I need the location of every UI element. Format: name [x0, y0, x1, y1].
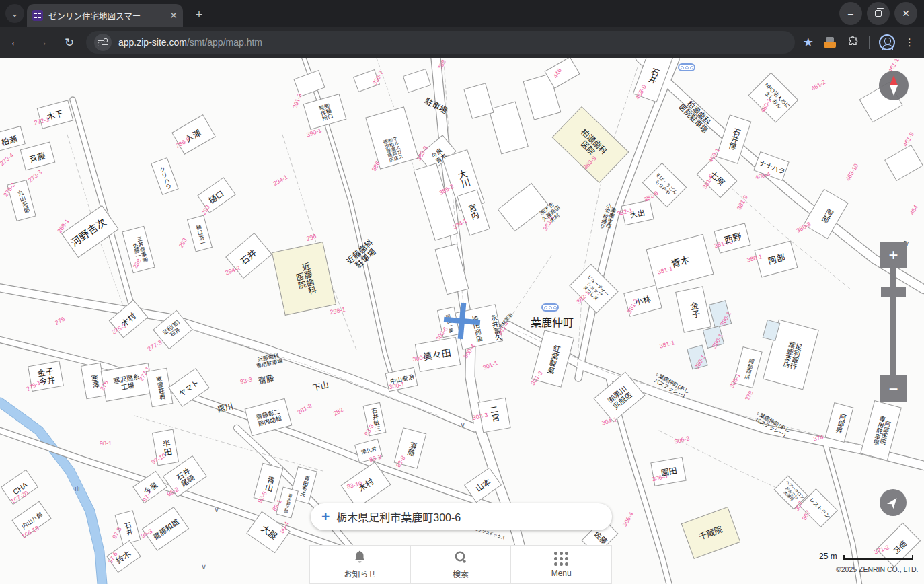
browser-toolbar: ← → ↻ app.zip-site.com/smt/app/map.htm ★… [0, 27, 924, 58]
profile-avatar-icon[interactable] [879, 34, 895, 50]
traffic-signal-icon [678, 63, 695, 71]
new-tab-button[interactable]: + [190, 5, 208, 24]
compass-button[interactable] [879, 71, 909, 100]
map-place-label: 金子 今井 [37, 367, 56, 388]
search-button[interactable]: 検索 [410, 546, 511, 583]
plus-icon: + [321, 509, 330, 525]
zenrin-favicon [32, 10, 43, 21]
compass-needle-south [890, 85, 898, 96]
address-search-value: 栃木県足利市葉鹿町300-6 [336, 509, 461, 525]
extension-robot-icon[interactable] [823, 36, 837, 48]
window-minimize-button[interactable]: – [839, 2, 862, 25]
url-host: app.zip-site.com [118, 37, 187, 48]
notifications-label: お知らせ [344, 568, 376, 579]
map-place-label: 葉鹿仲町 [531, 317, 574, 329]
address-search-box[interactable]: + 栃木県足利市葉鹿町300-6 [311, 503, 612, 530]
search-icon [453, 550, 469, 566]
compass-needle-north [890, 75, 898, 85]
bottom-toolbar: お知らせ 検索 Menu [309, 545, 612, 584]
grid-icon [554, 552, 569, 567]
forward-button[interactable]: → [31, 31, 54, 54]
menu-button[interactable]: Menu [510, 546, 611, 583]
search-label: 検索 [453, 568, 469, 579]
scale-label: 25 m [819, 552, 837, 561]
tab-title: ゼンリン住宅地図スマー [48, 9, 165, 22]
traffic-signal-icon [541, 303, 559, 312]
map-scale: 25 m [819, 552, 837, 561]
reload-button[interactable]: ↻ [58, 31, 81, 54]
bookmark-star-icon[interactable]: ★ [803, 35, 814, 50]
map-place-label: 寒澤 [89, 374, 99, 389]
zoom-control: + − [880, 242, 907, 402]
browser-menu-icon[interactable]: ⋮ [904, 36, 915, 48]
window-close-button[interactable]: ✕ [894, 2, 917, 25]
copyright-text: ©2025 ZENRIN CO., LTD. [836, 565, 919, 573]
window-restore-button[interactable] [867, 2, 890, 25]
site-info-icon[interactable] [94, 34, 112, 51]
map-place-label: ∨ [460, 421, 465, 429]
navigation-arrow-icon [886, 496, 900, 509]
current-location-button[interactable] [880, 489, 907, 516]
address-bar[interactable]: app.zip-site.com/smt/app/map.htm [86, 31, 795, 54]
zoom-out-button[interactable]: − [880, 375, 907, 402]
tab-close-icon[interactable]: ✕ [169, 10, 178, 21]
map-place-label: ılı [75, 485, 80, 492]
map-canvas[interactable]: 木下柏瀬斉藤丸山吾郎河野吉次入澤クリハラ樋口樋口浩一三井商事㈱ 佐藤一石井近藤歯… [0, 0, 924, 584]
bell-icon [352, 550, 368, 566]
zoom-in-button[interactable]: + [880, 242, 907, 268]
map-place-label: ∨ [214, 505, 219, 513]
active-tab[interactable]: ゼンリン住宅地図スマー ✕ [27, 4, 183, 27]
scale-bar [843, 555, 913, 560]
tab-search-button[interactable]: ⌄ [5, 4, 24, 23]
menu-label: Menu [551, 569, 572, 578]
map-place-label: ∨ [201, 562, 206, 571]
map-center-marker [442, 301, 482, 341]
zoom-slider-handle[interactable] [881, 287, 906, 297]
url-path: /smt/app/map.htm [187, 37, 262, 48]
notifications-button[interactable]: お知らせ [310, 546, 410, 583]
back-button[interactable]: ← [4, 31, 27, 54]
zoom-slider-track[interactable] [890, 268, 896, 375]
toolbar-divider [869, 36, 870, 49]
extensions-puzzle-icon[interactable] [846, 36, 859, 49]
browser-tab-strip: ⌄ ゼンリン住宅地図スマー ✕ + – ✕ [0, 0, 924, 27]
restore-icon [875, 10, 882, 17]
map-parcel-number: 98-1 [100, 440, 112, 447]
